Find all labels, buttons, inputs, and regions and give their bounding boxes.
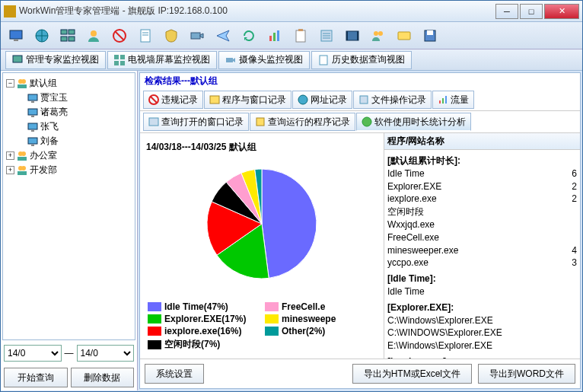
maximize-button[interactable]: □ <box>520 4 543 19</box>
tab-monitor[interactable]: 管理专家监控视图 <box>5 51 106 69</box>
svg-rect-36 <box>226 58 233 62</box>
svg-rect-3 <box>61 30 67 34</box>
tool-card-icon[interactable] <box>393 25 415 46</box>
svg-rect-6 <box>68 37 75 41</box>
tree-item[interactable]: 刘备 <box>40 135 59 148</box>
expand-icon[interactable]: + <box>6 151 14 160</box>
tab-camera[interactable]: 摄像头监控视图 <box>218 51 310 69</box>
tool-screens-icon[interactable] <box>57 25 78 46</box>
list-header: 程序/网站名称 <box>384 133 580 150</box>
svg-rect-14 <box>269 36 272 41</box>
list-row[interactable]: E:\Windows\Explorer.EXE <box>387 339 577 352</box>
svg-point-26 <box>374 31 378 36</box>
list-row[interactable]: Idle Time <box>387 285 577 298</box>
list-row[interactable]: minesweeper.exe4 <box>387 244 577 257</box>
pie-chart <box>145 157 379 298</box>
tool-film-icon[interactable] <box>342 25 363 46</box>
svg-rect-1 <box>14 40 18 41</box>
list-row[interactable]: Idle Time6 <box>387 167 577 180</box>
svg-rect-33 <box>120 55 125 59</box>
tab-usage-stats[interactable]: 软件使用时长统计分析 <box>356 113 471 131</box>
tab-fileop[interactable]: 文件操作记录 <box>353 91 432 109</box>
minimize-button[interactable]: ─ <box>495 4 518 19</box>
svg-rect-40 <box>18 84 27 88</box>
svg-rect-10 <box>141 30 150 42</box>
tool-camera-icon[interactable] <box>186 25 208 46</box>
tab-url[interactable]: 网址记录 <box>292 91 352 109</box>
svg-rect-34 <box>114 61 119 65</box>
list-group-title: [Explorer.EXE]: <box>387 301 577 314</box>
svg-rect-48 <box>31 145 34 146</box>
tool-refresh-icon[interactable] <box>238 25 260 46</box>
svg-rect-54 <box>18 171 27 175</box>
tab-program-window[interactable]: 程序与窗口记录 <box>204 91 292 109</box>
svg-rect-5 <box>61 37 67 41</box>
start-query-button[interactable]: 开始查询 <box>4 368 68 387</box>
svg-rect-46 <box>31 130 34 132</box>
app-icon <box>4 5 16 18</box>
list-row[interactable]: C:\Windows\Explorer.EXE <box>387 314 577 327</box>
legend-item: FreeCell.e <box>265 301 376 312</box>
svg-rect-57 <box>210 96 219 104</box>
group-tree[interactable]: −默认组 贾宝玉 诸葛亮 张飞 刘备 +办公室 +开发部 <box>2 72 135 340</box>
tab-violation[interactable]: 违规记录 <box>143 91 203 109</box>
date-to-select[interactable]: 14/0 <box>77 345 135 362</box>
export-html-button[interactable]: 导出为HTM或Excel文件 <box>352 364 472 384</box>
tool-people-icon[interactable] <box>368 25 389 46</box>
tree-item[interactable]: 诸葛亮 <box>40 106 68 119</box>
tool-monitor-icon[interactable] <box>5 25 27 46</box>
tree-group[interactable]: 开发部 <box>30 164 57 177</box>
close-button[interactable]: ✕ <box>544 4 579 19</box>
tab-history[interactable]: 历史数据查询视图 <box>311 51 412 69</box>
tab-tvwall[interactable]: 电视墙屏幕监控视图 <box>107 51 217 69</box>
tree-item[interactable]: 张飞 <box>40 120 59 133</box>
list-row[interactable]: Wxxjqd.exe <box>387 218 577 231</box>
svg-rect-23 <box>346 31 358 40</box>
tool-clipboard-icon[interactable] <box>290 25 311 46</box>
list-row[interactable]: FreeCell.exe <box>387 231 577 244</box>
tool-block-icon[interactable] <box>109 25 130 46</box>
list-row[interactable]: yccpo.exe3 <box>387 257 577 269</box>
svg-rect-44 <box>31 116 34 117</box>
svg-point-39 <box>21 79 26 84</box>
tree-item[interactable]: 贾宝玉 <box>40 91 68 104</box>
svg-rect-43 <box>28 109 37 115</box>
system-settings-button[interactable]: 系统设置 <box>145 364 204 384</box>
list-row[interactable]: iexplore.exe2 <box>387 193 577 206</box>
expand-icon[interactable]: + <box>6 166 14 174</box>
tool-globe-icon[interactable] <box>31 25 53 46</box>
date-from-select[interactable]: 14/0 <box>4 345 62 362</box>
svg-rect-13 <box>191 33 200 39</box>
legend-item: 空闲时段(7%) <box>148 338 259 351</box>
tab-window-records[interactable]: 查询打开的窗口记录 <box>143 113 249 131</box>
chart-legend: Idle Time(47%)FreeCell.eExplorer.EXE(17%… <box>145 298 379 354</box>
tool-doc-icon[interactable] <box>135 25 156 46</box>
expand-icon[interactable]: − <box>6 79 14 88</box>
list-row[interactable]: Explorer.EXE2 <box>387 180 577 193</box>
main-tab-bar: 管理专家监控视图 电视墙屏幕监控视图 摄像头监控视图 历史数据查询视图 <box>1 49 582 71</box>
tree-group[interactable]: 办公室 <box>30 149 57 162</box>
tool-send-icon[interactable] <box>212 25 234 46</box>
list-row[interactable]: 空闲时段 <box>387 206 577 218</box>
svg-point-65 <box>362 117 371 126</box>
list-row[interactable]: C:\WINDOWS\Explorer.EXE <box>387 327 577 339</box>
tab-program-records[interactable]: 查询运行的程序记录 <box>250 113 355 131</box>
tool-chart-icon[interactable] <box>264 25 285 46</box>
svg-rect-37 <box>320 56 327 65</box>
svg-rect-64 <box>256 118 264 126</box>
svg-rect-47 <box>28 138 37 144</box>
tool-shield-icon[interactable] <box>161 25 182 46</box>
svg-rect-51 <box>18 157 27 161</box>
list-group-title: [默认组累计时长]: <box>387 155 577 167</box>
export-word-button[interactable]: 导出到WORD文件 <box>478 364 575 384</box>
svg-rect-16 <box>277 30 279 41</box>
tab-traffic[interactable]: 流量 <box>432 91 474 109</box>
svg-point-58 <box>298 95 307 104</box>
tool-disk-icon[interactable] <box>419 25 441 46</box>
tool-user-icon[interactable] <box>83 25 104 46</box>
program-list[interactable]: [默认组累计时长]:Idle Time6Explorer.EXE2iexplor… <box>384 150 580 359</box>
legend-item: Explorer.EXE(17%) <box>148 314 259 324</box>
tool-list-icon[interactable] <box>316 25 337 46</box>
delete-data-button[interactable]: 删除数据 <box>71 368 135 387</box>
svg-line-9 <box>115 31 124 40</box>
